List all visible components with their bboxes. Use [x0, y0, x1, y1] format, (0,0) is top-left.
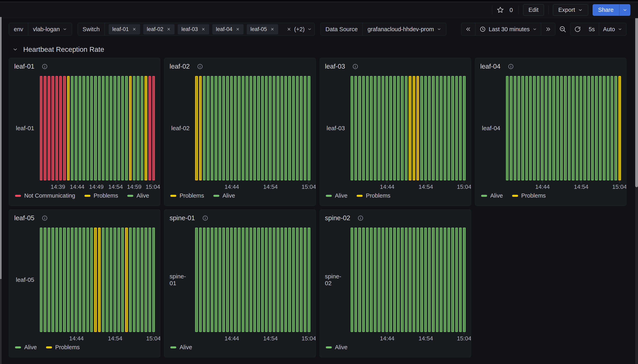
right-scrollbar[interactable] — [635, 18, 638, 364]
state-bar-alive — [230, 228, 233, 332]
state-bar-alive — [118, 228, 120, 332]
legend-item-problems[interactable]: Problems — [170, 192, 204, 199]
x-axis-tick-label: 15:04 — [612, 184, 626, 190]
panel-leaf-02: leaf-02leaf-0214:4414:5415:04ProblemsAli… — [164, 58, 316, 206]
panel-title: leaf-03 — [325, 62, 345, 70]
x-axis: 14:4414:5415:04 — [40, 332, 155, 343]
state-bar-alive — [374, 76, 376, 180]
state-bar-alive — [59, 228, 62, 332]
share-dropdown-button[interactable] — [619, 4, 630, 16]
info-icon[interactable] — [357, 215, 364, 221]
legend-label: Alive — [335, 192, 348, 199]
right-scrollbar-thumb[interactable] — [635, 18, 638, 187]
x-axis-tick-label: 15:04 — [302, 335, 316, 342]
legend-item-problems[interactable]: Problems — [512, 192, 546, 199]
state-bar-alive — [87, 228, 89, 332]
info-icon[interactable] — [42, 64, 48, 70]
time-range-picker[interactable]: Last 30 minutes — [475, 23, 541, 36]
switch-tag-leaf-04[interactable]: leaf-04 — [212, 24, 244, 34]
state-bar-alive — [121, 228, 124, 332]
legend-item-alive[interactable]: Alive — [15, 344, 37, 350]
legend-item-alive[interactable]: Alive — [170, 344, 192, 350]
edit-button[interactable]: Edit — [523, 4, 544, 16]
close-icon[interactable] — [132, 27, 137, 32]
close-icon[interactable] — [236, 27, 240, 32]
state-bar-alive — [219, 228, 221, 332]
close-icon[interactable] — [201, 27, 206, 32]
env-variable-value[interactable]: vlab-logan — [28, 23, 72, 36]
panel-leaf-04: leaf-04leaf-0414:4414:5415:04AliveProble… — [475, 58, 626, 206]
time-shift-back-button[interactable] — [461, 23, 475, 36]
env-variable-value-text: vlab-logan — [33, 26, 60, 32]
x-axis-tick-label: 14:44 — [225, 184, 239, 190]
panel-header[interactable]: leaf-05 — [14, 213, 155, 223]
panel-header[interactable]: leaf-04 — [480, 62, 621, 71]
x-axis-tickmark — [426, 332, 426, 334]
state-bar-alive — [253, 76, 256, 180]
state-bar-alive — [234, 76, 237, 180]
star-icon — [497, 6, 504, 14]
info-icon[interactable] — [197, 64, 203, 70]
state-bar-alive — [292, 228, 295, 332]
legend-item-not_communicating[interactable]: Not Communicating — [15, 192, 75, 199]
legend-item-problems[interactable]: Problems — [85, 192, 118, 199]
x-axis-tick-label: 14:44 — [380, 335, 394, 342]
favorite-star-button[interactable] — [497, 6, 504, 14]
switch-tag-leaf-02[interactable]: leaf-02 — [143, 24, 175, 34]
left-scrollbar-thumb[interactable] — [0, 17, 2, 279]
datasource-value[interactable]: grafanacloud-hhdev-prom — [363, 23, 446, 36]
legend-item-alive[interactable]: Alive — [481, 192, 503, 199]
close-icon[interactable] — [270, 27, 275, 32]
close-icon[interactable] — [167, 27, 171, 32]
state-bar-alive — [382, 76, 384, 180]
state-bar-alive — [277, 76, 279, 180]
legend-item-alive[interactable]: Alive — [326, 344, 348, 350]
info-icon[interactable] — [352, 64, 358, 70]
legend-item-problems[interactable]: Problems — [46, 344, 80, 350]
switch-more-dropdown[interactable]: (+2) — [285, 23, 315, 36]
panel-header[interactable]: leaf-01 — [14, 62, 155, 71]
close-icon[interactable] — [287, 27, 291, 32]
state-bar-alive — [533, 76, 535, 180]
legend-label: Alive — [223, 192, 235, 199]
x-axis-tickmark — [134, 181, 135, 183]
share-button[interactable]: Share — [592, 4, 619, 16]
row-heartbeat-reception-rate[interactable]: Heartbeat Reception Rate — [13, 46, 638, 54]
state-bar-alive — [308, 76, 310, 180]
env-variable-label: env — [9, 23, 28, 36]
panel-header[interactable]: spine-02 — [325, 213, 466, 223]
info-icon[interactable] — [508, 64, 514, 70]
state-bar-alive — [40, 228, 43, 332]
state-bar-alive — [222, 228, 225, 332]
refresh-interval-dropdown[interactable]: Auto — [599, 23, 626, 36]
left-scrollbar[interactable] — [0, 17, 2, 364]
panel-header[interactable]: leaf-03 — [325, 62, 466, 71]
zoom-out-button[interactable] — [559, 26, 566, 33]
legend-item-alive[interactable]: Alive — [127, 192, 149, 199]
panel-legend: AliveProblems — [14, 344, 155, 350]
legend-item-problems[interactable]: Problems — [357, 192, 390, 199]
state-bar-problems — [94, 228, 97, 332]
switch-tag-leaf-03[interactable]: leaf-03 — [178, 24, 209, 34]
state-bar-alive — [133, 228, 136, 332]
legend-item-alive[interactable]: Alive — [213, 192, 235, 199]
switch-tag-leaf-01[interactable]: leaf-01 — [109, 24, 140, 34]
info-icon[interactable] — [202, 215, 208, 221]
panel-header[interactable]: leaf-02 — [170, 62, 310, 71]
panel-header[interactable]: spine-01 — [170, 213, 310, 223]
switch-tag-leaf-05[interactable]: leaf-05 — [247, 24, 278, 34]
x-axis-tickmark — [153, 181, 153, 183]
state-bar-alive — [420, 228, 423, 332]
state-bar-not_communicating — [52, 76, 54, 180]
time-shift-forward-button[interactable] — [541, 23, 555, 36]
state-bar-alive — [141, 76, 143, 180]
info-icon[interactable] — [42, 215, 48, 221]
refresh-button[interactable] — [570, 23, 585, 36]
export-button[interactable]: Export — [553, 4, 588, 16]
panel-title: leaf-02 — [170, 62, 190, 70]
legend-item-alive[interactable]: Alive — [326, 192, 348, 199]
state-bars — [351, 76, 466, 180]
refresh-interval-value[interactable]: 5s — [585, 23, 599, 36]
x-axis-tick-label: 15:04 — [302, 184, 316, 190]
state-bar-alive — [447, 228, 450, 332]
